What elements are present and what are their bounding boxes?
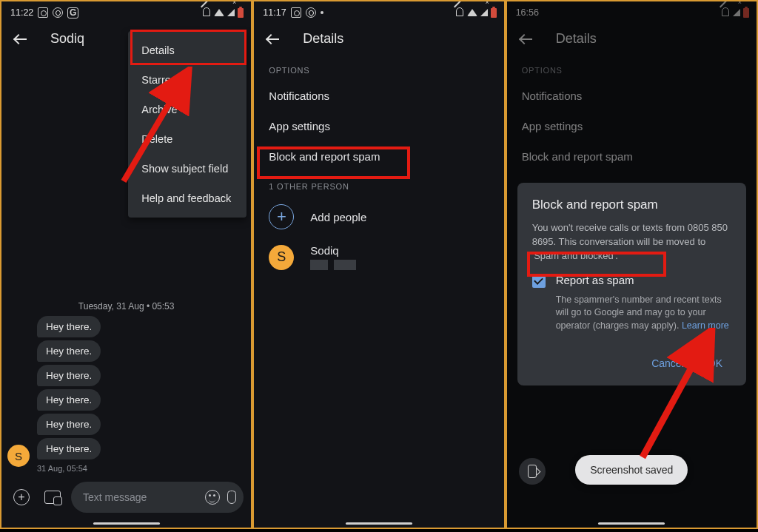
nav-handle[interactable] [93, 522, 160, 525]
dialog-body: You won't receive calls or texts from 08… [532, 221, 731, 263]
more-notif-icon [321, 11, 323, 14]
message-bubble[interactable]: Hey there. [37, 389, 101, 411]
add-icon: + [269, 204, 294, 229]
status-bar: 11:22 G [1, 1, 251, 22]
message-area: Tuesday, 31 Aug • 05:53 Hey there. Hey t… [1, 297, 251, 528]
screenshot-1: 11:22 G Sodiq Details Starred Archive De… [0, 0, 252, 529]
menu-archive[interactable]: Archive [128, 95, 246, 124]
menu-delete[interactable]: Delete [128, 124, 246, 154]
message-bubble[interactable]: Hey there. [37, 340, 101, 362]
gallery-notif-icon [38, 7, 48, 18]
status-time: 11:17 [263, 7, 286, 18]
add-people-label: Add people [310, 211, 366, 223]
message-timestamp: 31 Aug, 05:54 [37, 464, 245, 473]
person-name: Sodiq [310, 244, 356, 257]
message-bubble[interactable]: Hey there. [37, 414, 101, 435]
menu-help[interactable]: Help and feedback [128, 183, 246, 213]
section-options-label: OPTIONS [254, 55, 503, 81]
cancel-button[interactable]: Cancel [643, 351, 693, 375]
overflow-menu: Details Starred Archive Delete Show subj… [128, 31, 246, 218]
menu-details[interactable]: Details [128, 36, 246, 65]
toast-text: Screenshot saved [590, 464, 673, 476]
option-notifications[interactable]: Notifications [254, 81, 503, 111]
google-notif-icon: G [67, 7, 78, 18]
mic-icon[interactable] [227, 491, 236, 504]
whatsapp-notif-icon [306, 7, 316, 18]
page-title: Details [303, 31, 343, 47]
menu-starred[interactable]: Starred [128, 65, 246, 95]
person-row[interactable]: S Sodiq [254, 237, 503, 277]
back-arrow-icon[interactable] [15, 32, 30, 47]
whatsapp-notif-icon [53, 7, 63, 18]
status-bar: 11:17 [254, 1, 503, 22]
signal-icon [480, 9, 488, 16]
report-spam-checkbox-row[interactable]: Report as spam [532, 274, 731, 288]
message-bubble[interactable]: Hey there. [37, 316, 101, 337]
learn-more-link[interactable]: Learn more [682, 320, 729, 331]
dnd-icon [454, 7, 464, 18]
wifi-icon [214, 9, 224, 16]
signal-icon [227, 9, 235, 16]
input-placeholder: Text message [83, 491, 205, 503]
back-arrow-icon[interactable] [267, 32, 282, 47]
nav-handle[interactable] [346, 522, 412, 525]
date-header: Tuesday, 31 Aug • 05:53 [7, 297, 245, 316]
ok-button[interactable]: OK [699, 351, 731, 375]
dialog-subtext: The spammer's number and recent texts wi… [556, 294, 731, 333]
checkbox-checked-icon[interactable] [532, 275, 546, 288]
person-avatar: S [269, 245, 294, 270]
battery-icon [238, 8, 244, 18]
status-time: 11:22 [10, 7, 33, 18]
dnd-icon [201, 7, 211, 18]
section-people-label: 1 OTHER PERSON [254, 172, 503, 197]
message-input[interactable]: Text message [71, 482, 244, 513]
sender-avatar[interactable]: S [7, 445, 30, 467]
person-number-redacted [310, 260, 356, 270]
battery-icon [491, 8, 497, 18]
checkbox-label: Report as spam [556, 274, 634, 286]
screenshot-toast[interactable]: Screenshot saved [575, 455, 688, 485]
gallery-button[interactable] [40, 485, 65, 510]
emoji-icon[interactable] [205, 490, 220, 505]
add-people-row[interactable]: + Add people [254, 197, 503, 237]
option-block-spam[interactable]: Block and report spam [254, 141, 503, 172]
compose-bar: + Text message [7, 477, 245, 514]
gallery-notif-icon [291, 7, 301, 18]
option-app-settings[interactable]: App settings [254, 111, 503, 141]
screenshot-preview-icon[interactable] [519, 458, 546, 485]
menu-show-subject[interactable]: Show subject field [128, 154, 246, 183]
details-header: Details [254, 22, 503, 55]
screenshot-2: 11:17 Details OPTIONS Notifications App … [252, 0, 505, 529]
contact-name: Sodiq [50, 31, 84, 47]
dialog-actions: Cancel OK [532, 351, 731, 375]
nav-handle[interactable] [598, 522, 665, 525]
block-dialog: Block and report spam You won't receive … [517, 183, 746, 385]
message-bubble[interactable]: Hey there. [37, 438, 101, 459]
screenshot-3: 16:56 Details OPTIONS Notifications App … [506, 0, 758, 529]
add-attachment-button[interactable]: + [9, 485, 34, 510]
wifi-icon [467, 9, 477, 16]
message-bubble[interactable]: Hey there. [37, 365, 101, 386]
dialog-title: Block and report spam [532, 198, 731, 212]
